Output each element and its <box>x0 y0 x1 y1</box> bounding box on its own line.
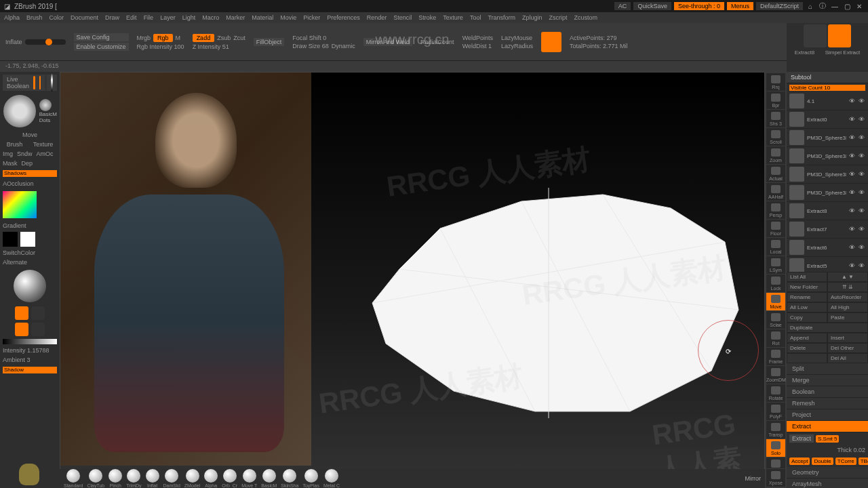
subtool-row[interactable]: PM3D_Sphere3D1_1👁👁 <box>787 147 868 165</box>
visibility-eye-icon[interactable]: 👁 <box>859 171 865 178</box>
menu-movie[interactable]: Movie <box>280 14 296 21</box>
viewport-canvas[interactable]: ⟳ RRCG 人人素材 RRCG 人人素材 RRCG 人人素材 RRCG 人人素… <box>60 72 765 488</box>
focal-shift-slider[interactable]: Focal Shift 0 <box>292 35 355 41</box>
visibility-eye-icon[interactable]: 👁 <box>859 226 865 232</box>
save-config-button[interactable]: Save Config <box>74 33 129 41</box>
menu-render[interactable]: Render <box>367 14 387 21</box>
brush-pinch[interactable]: Pinch <box>108 469 122 488</box>
rename-btn[interactable]: Rename <box>787 292 827 302</box>
brush-basicm[interactable]: BasicM <box>261 469 277 488</box>
brush-move t[interactable]: Move T <box>241 469 257 488</box>
intensity-value[interactable]: Intensity 1.15788 <box>3 347 57 354</box>
project-section[interactable]: Project <box>787 409 868 421</box>
append-btn[interactable]: Append <box>787 333 827 343</box>
weldpoints-button[interactable]: WeldPoints <box>462 35 493 41</box>
minimize-icon[interactable]: — <box>830 1 840 11</box>
smt-value[interactable]: S.Smt 5 <box>816 435 839 443</box>
subtool-row[interactable]: Extract7👁👁 <box>787 220 868 239</box>
draw-size-slider[interactable]: Draw Size 68 <box>292 43 329 49</box>
visibility-eye-icon[interactable]: 👁 <box>849 152 856 159</box>
duplicate-btn[interactable]: Duplicate <box>787 323 868 333</box>
brush-zmodel[interactable]: ZModel <box>184 469 200 488</box>
switchcolor-btn[interactable]: SwitchColor <box>3 249 57 256</box>
light-btn-3[interactable] <box>15 323 28 336</box>
rt-rot[interactable]: Rot <box>766 329 785 347</box>
rt-move[interactable]: Move <box>766 293 785 310</box>
brush-standard[interactable]: Standard <box>64 469 83 488</box>
subtool-row[interactable]: Extract0👁👁 <box>787 110 868 129</box>
menu-edit[interactable]: Edit <box>126 14 137 21</box>
rt-persp[interactable]: Persp <box>766 201 785 219</box>
menu-marker[interactable]: Marker <box>226 14 245 21</box>
alternate-btn[interactable]: Alternate <box>3 259 57 266</box>
menu-color[interactable]: Color <box>50 14 64 21</box>
lazymouse-button[interactable]: LazyMouse <box>501 35 533 41</box>
menu-brush[interactable]: Brush <box>26 14 43 21</box>
live-boolean-btn1[interactable] <box>33 76 35 89</box>
split-section[interactable]: Split <box>787 363 868 375</box>
rt-blank[interactable] <box>766 458 785 468</box>
visible-count[interactable]: Visible Count 10 <box>789 85 865 91</box>
circle-btn1[interactable] <box>45 74 47 92</box>
aocclusion-toggle[interactable]: AOcclusion <box>3 180 57 187</box>
live-boolean-label[interactable]: Live Boolean <box>7 76 29 89</box>
seethrough-slider[interactable]: See-through : 0 <box>674 2 724 10</box>
visibility-eye-icon[interactable]: 👁 <box>849 134 856 141</box>
mrgb-label[interactable]: Mrgb <box>137 35 151 41</box>
amoc-btn[interactable]: AmOc <box>37 150 54 157</box>
subtool-row[interactable]: PM3D_Sphere3D1👁👁 <box>787 129 868 147</box>
menu-layer[interactable]: Layer <box>160 14 176 21</box>
delother-btn[interactable]: Del Other <box>827 343 868 353</box>
visibility-eye-icon[interactable]: 👁 <box>859 152 865 159</box>
rt-solo[interactable]: Solo <box>766 439 785 457</box>
tbord-btn[interactable]: TBord <box>859 458 868 465</box>
sndw-btn[interactable]: Sndw <box>17 150 33 157</box>
brush-metal c[interactable]: Metal C <box>323 469 340 488</box>
menu-zscript[interactable]: Zscript <box>549 14 568 21</box>
rgb-button[interactable]: Rgb <box>153 34 173 42</box>
menu-texture[interactable]: Texture <box>443 14 463 21</box>
maximize-icon[interactable]: ▢ <box>842 1 852 11</box>
subtool-row[interactable]: PM3D_Sphere3D1_3👁👁 <box>787 165 868 184</box>
rgb-intensity-slider[interactable]: Rgb Intensity 100 <box>137 43 184 50</box>
inflate-slider[interactable] <box>25 39 66 45</box>
delall-btn[interactable]: Del All <box>827 353 868 363</box>
visibility-eye-icon[interactable]: 👁 <box>849 226 856 232</box>
light-preview[interactable] <box>14 270 46 302</box>
subtool-row[interactable]: Extract8👁👁 <box>787 202 868 220</box>
rt-transp[interactable]: Transp <box>766 421 785 439</box>
allhigh-btn[interactable]: All High <box>827 302 868 312</box>
shadows-toggle[interactable]: Shadows <box>3 170 57 177</box>
rt-rrq[interactable]: Rrq <box>766 73 785 91</box>
copy-btn[interactable]: Copy <box>787 312 827 323</box>
visibility-eye-icon[interactable]: 👁 <box>859 207 865 214</box>
thick-value[interactable]: Thick 0.02 <box>789 447 865 453</box>
menu-material[interactable]: Material <box>252 14 273 21</box>
newfolder-btn[interactable]: New Folder <box>787 282 827 292</box>
rt-scroll[interactable]: Scroll <box>766 128 785 146</box>
brush-preview[interactable] <box>3 95 36 127</box>
brush-damstd[interactable]: DamStd <box>163 469 180 488</box>
tool-thumb-1[interactable] <box>804 24 827 47</box>
visibility-eye-icon[interactable]: 👁 <box>849 116 856 123</box>
rt-actual[interactable]: Actual <box>766 165 785 182</box>
light-btn-4[interactable] <box>31 323 45 336</box>
rt-bpr[interactable]: Bpr <box>766 92 785 109</box>
subtool-row[interactable]: Extract6👁👁 <box>787 239 868 257</box>
tcorre-btn[interactable]: TCorre <box>835 458 856 465</box>
visibility-eye-icon[interactable]: 👁 <box>859 189 865 196</box>
brush-orb_cr[interactable]: Orb_Cr <box>222 469 237 488</box>
double-btn[interactable]: Double <box>812 458 833 465</box>
listall-btn[interactable]: List All <box>787 272 827 282</box>
collapse-geometry[interactable]: Geometry <box>787 467 868 479</box>
rt-zoomdm[interactable]: ZoomDM <box>766 366 785 384</box>
menu-tool[interactable]: Tool <box>470 14 481 21</box>
subtool-row[interactable]: 4.1👁👁 <box>787 92 868 110</box>
rt-zoom[interactable]: Zoom <box>766 146 785 164</box>
visibility-eye-icon[interactable]: 👁 <box>859 134 865 141</box>
zcut-button[interactable]: Zcut <box>233 35 245 41</box>
home-icon[interactable]: ⌂ <box>806 1 815 11</box>
boolean-section[interactable]: Boolean <box>787 386 868 398</box>
brush-trimdy[interactable]: TrimDy <box>126 469 141 488</box>
rt-xpose[interactable]: Xpose <box>766 469 785 487</box>
